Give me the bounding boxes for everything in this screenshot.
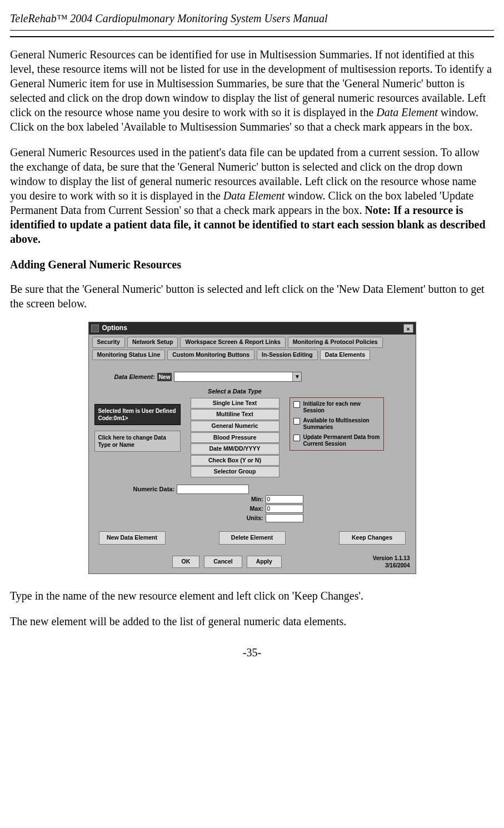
tab-monitoring-policies[interactable]: Monitoring & Protocol Policies [288, 337, 383, 348]
checkbox-initialize-each-session[interactable] [293, 401, 300, 408]
data-element-value-prefix: New [157, 373, 172, 381]
min-label: Min: [242, 496, 263, 503]
version-info: Version 1.1.13 3/16/2004 [373, 555, 410, 569]
type-blood-pressure[interactable]: Blood Pressure [191, 432, 280, 443]
type-multiline-text[interactable]: Multiline Text [191, 409, 280, 420]
checkbox-update-permanent[interactable] [293, 435, 300, 441]
p2-text-italic: Data Element [223, 189, 285, 202]
dialog-footer: OK Cancel Apply Version 1.1.13 3/16/2004 [89, 551, 416, 573]
new-data-element-button[interactable]: New Data Element [99, 531, 166, 545]
select-data-type-label: Select a Data Type [208, 387, 262, 395]
tab-security[interactable]: Security [92, 337, 125, 348]
checkbox-label-initialize: Initialize for each new Session [303, 401, 380, 414]
panel-body: Data Element: New ▼ Selected Item is Use… [89, 363, 416, 551]
tab-network-setup[interactable]: Network Setup [127, 337, 178, 348]
paragraph-4: Type in the name of the new resource ele… [10, 588, 494, 603]
cancel-button[interactable]: Cancel [204, 556, 242, 568]
data-element-dropdown[interactable]: ▼ [174, 372, 302, 382]
paragraph-3: Be sure that the 'General Numeric' butto… [10, 282, 494, 311]
type-selector-group[interactable]: Selector Group [191, 466, 280, 477]
window-titlebar: Options × [89, 322, 416, 335]
keep-changes-button[interactable]: Keep Changes [339, 531, 406, 545]
version-date: 3/16/2004 [373, 562, 410, 569]
page-header: TeleRehab™ 2004 Cardiopulmonary Monitori… [10, 11, 494, 26]
options-window: Options × Security Network Setup Workspa… [88, 322, 416, 574]
change-type-button[interactable]: Click here to change Data Type or Name [94, 431, 181, 452]
checkbox-available-multisession[interactable] [293, 418, 300, 425]
delete-element-button[interactable]: Delete Element [219, 531, 286, 545]
tab-in-session-editing[interactable]: In-Session Editing [257, 350, 318, 361]
tab-data-elements[interactable]: Data Elements [320, 350, 370, 361]
p1-text-italic: Data Element [376, 106, 438, 118]
apply-button[interactable]: Apply [247, 556, 282, 568]
type-check-box[interactable]: Check Box (Y or N) [191, 455, 280, 466]
type-single-line-text[interactable]: Single Line Text [191, 398, 280, 409]
numeric-data-input[interactable] [177, 485, 249, 494]
options-checkbox-group: Initialize for each new Session Availabl… [290, 397, 384, 451]
units-label: Units: [242, 515, 263, 522]
chevron-down-icon[interactable]: ▼ [292, 372, 301, 381]
close-icon[interactable]: × [403, 324, 413, 333]
paragraph-5: The new element will be added to the lis… [10, 614, 494, 629]
header-tm: ™ [57, 12, 68, 24]
type-general-numeric[interactable]: General Numeric [191, 421, 280, 432]
max-label: Max: [242, 505, 263, 513]
paragraph-1: General Numeric Resources can be identif… [10, 47, 494, 134]
header-prefix: TeleRehab [10, 12, 57, 24]
checkbox-label-multisession: Available to Multisession Summaries [303, 417, 380, 431]
units-input[interactable] [266, 514, 303, 522]
tab-custom-monitoring-buttons[interactable]: Custom Monitoring Buttons [167, 350, 255, 361]
tab-monitoring-status-line[interactable]: Monitoring Status Line [92, 350, 166, 361]
tab-workspace-links[interactable]: Workspace Screen & Report Links [180, 337, 285, 348]
tab-strip: Security Network Setup Workspace Screen … [89, 335, 416, 363]
data-element-label: Data Element: [114, 373, 155, 381]
window-title: Options [102, 324, 400, 333]
numeric-data-label: Numeric Data: [133, 485, 175, 493]
subheading: Adding General Numeric Resources [10, 257, 494, 272]
ok-button[interactable]: OK [172, 556, 200, 568]
window-icon [91, 325, 99, 332]
checkbox-label-update-permanent: Update Permanent Data from Current Sessi… [303, 434, 380, 447]
paragraph-2: General Numeric Resources used in the pa… [10, 145, 494, 246]
type-date[interactable]: Date MM/DD/YYYY [191, 443, 280, 455]
header-rule-thick [10, 36, 494, 37]
max-input[interactable] [266, 505, 303, 513]
selected-item-info-box: Selected Item is User Defined Code:0m1> [94, 404, 181, 425]
page-number: -35- [10, 645, 494, 660]
version-number: Version 1.1.13 [373, 555, 410, 562]
min-input[interactable] [266, 495, 303, 503]
header-suffix: 2004 Cardiopulmonary Monitoring System U… [67, 12, 327, 24]
